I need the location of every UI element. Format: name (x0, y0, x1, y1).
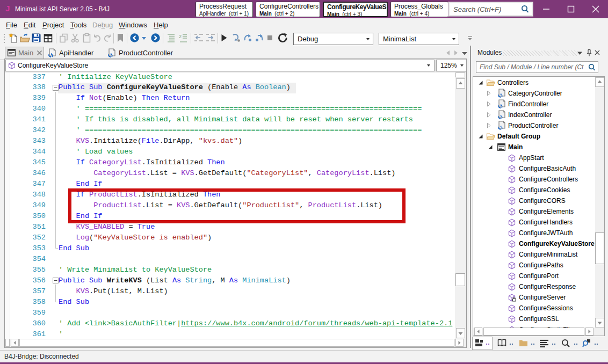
svg-text:2: 2 (179, 34, 182, 39)
